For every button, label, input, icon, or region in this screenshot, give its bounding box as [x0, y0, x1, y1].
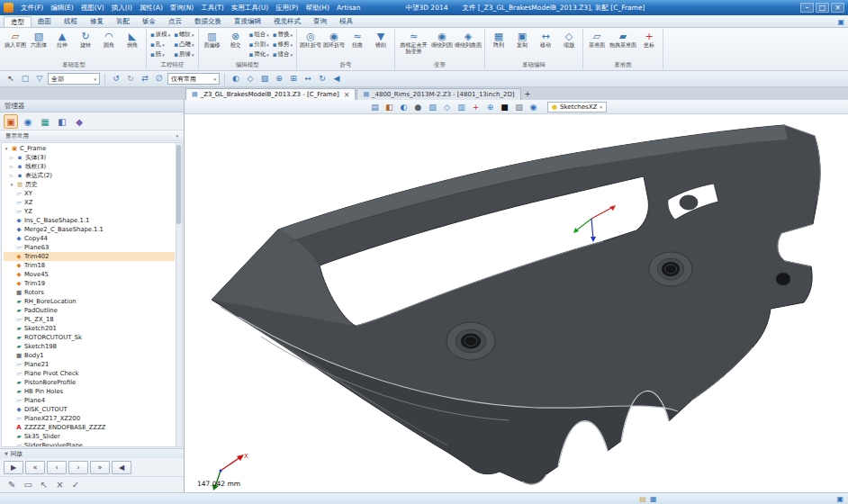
tree-scrollbar[interactable]: [176, 143, 182, 446]
ribbon-button[interactable]: ▱ 插入草图: [4, 29, 27, 60]
ribbon-small-button[interactable]: ▪ 螺纹 ▾: [172, 30, 195, 40]
viewport-tool-icon[interactable]: ▤: [369, 103, 381, 112]
replay-section-header[interactable]: ▼ 回放: [0, 448, 184, 458]
history-item[interactable]: A ZZZZZ_ENDOFBASE_ZZZZ: [4, 423, 175, 432]
ribbon-button[interactable]: ◠ 圆角: [97, 29, 121, 60]
ribbon-small-button[interactable]: ▪ 修剪 ▾: [271, 40, 294, 50]
history-item[interactable]: ▰ Sketch198: [4, 342, 175, 351]
history-item[interactable]: ▰ PistonBoreProfile: [4, 378, 175, 387]
document-tab[interactable]: ▤ _4800_Rims_2013M-2.Z3 - [4801_13inch_2…: [356, 88, 520, 100]
ribbon-button[interactable]: ◎ 圆柱折弯: [299, 29, 322, 60]
ribbon-tab[interactable]: 数据交换: [188, 16, 228, 27]
ribbon-small-button[interactable]: ▪ 筋 ▾: [149, 50, 172, 59]
minimize-button[interactable]: –: [800, 3, 814, 13]
tree-section[interactable]: ▷ ▪ 线框(3): [4, 162, 175, 171]
menu-item[interactable]: Artisan: [333, 4, 365, 13]
menu-item[interactable]: 视图(V): [77, 4, 108, 13]
new-tab-button[interactable]: +: [522, 88, 534, 100]
history-item[interactable]: ▰ ROTORCUTOUT_Sk: [4, 333, 175, 342]
ribbon-small-button[interactable]: ▪ 拔模 ▾: [149, 30, 172, 40]
ribbon-button[interactable]: ▱ 基准面: [585, 29, 609, 60]
ribbon-small-button[interactable]: ▪ 凸雕 ▾: [172, 40, 195, 50]
viewport-tool-icon[interactable]: ◐: [398, 103, 410, 112]
tree-section-history[interactable]: ▾ ▥ 历史: [4, 180, 175, 189]
history-item[interactable]: ◆ DISK_CUTOUT: [4, 405, 175, 414]
viewport-tool-icon[interactable]: ⊕: [484, 103, 496, 112]
toolbar-icon[interactable]: ◐: [230, 73, 242, 86]
expander-icon[interactable]: ▷: [9, 173, 14, 178]
history-item[interactable]: ◆ Ins_C_BaseShape.1.1: [4, 216, 175, 225]
ribbon-button[interactable]: ◇ 缩放: [557, 29, 581, 60]
viewport-tool-icon[interactable]: ▨: [513, 103, 525, 112]
viewport-tool-icon[interactable]: ◇: [441, 103, 453, 112]
replay-button[interactable]: »: [90, 461, 110, 474]
expander-icon[interactable]: ▷: [9, 155, 14, 160]
tree-section[interactable]: ▷ ▪ 实体(3): [4, 153, 175, 162]
manager-tool-icon[interactable]: ✓: [72, 480, 79, 490]
ribbon-button[interactable]: ◉ 圆环折弯: [322, 29, 346, 60]
ribbon-help-icon[interactable]: ▣: [837, 18, 844, 26]
history-item[interactable]: ◆ Move45: [4, 270, 175, 279]
ribbon-button[interactable]: + 坐标: [637, 29, 661, 60]
history-item[interactable]: ▱ Plane Pivot Check: [4, 369, 175, 378]
history-item[interactable]: ■ Body1: [4, 351, 175, 360]
history-item[interactable]: ◆ Copy44: [4, 234, 175, 243]
history-item[interactable]: ▱ Plane4: [4, 396, 175, 405]
toolbar-icon[interactable]: ∅: [153, 73, 166, 86]
toolbar-icon[interactable]: ↔: [302, 73, 314, 86]
history-item[interactable]: ▰ HB Pin Holes: [4, 387, 175, 396]
viewport-tool-icon[interactable]: ■: [499, 103, 510, 112]
manager-tool-icon[interactable]: ×: [56, 480, 63, 490]
toolbar-icon[interactable]: ⇄: [139, 73, 151, 86]
menu-item[interactable]: 工具(T): [197, 4, 227, 13]
replay-button[interactable]: ▶: [4, 461, 23, 474]
status-corner-icon[interactable]: ▣: [836, 495, 843, 503]
replay-button[interactable]: ›: [68, 461, 88, 474]
viewport-tool-icon[interactable]: ◧: [383, 103, 395, 112]
expander-icon[interactable]: ▾: [4, 146, 9, 151]
ribbon-button[interactable]: ▰ 拖拽基准面: [609, 29, 637, 60]
history-item[interactable]: ◆ Merge2_C_BaseShape.1.1: [4, 225, 175, 234]
ribbon-button[interactable]: ▣ 复制: [510, 29, 534, 60]
ribbon-small-button[interactable]: ▪ 缝合 ▾: [271, 50, 294, 59]
history-item[interactable]: ▰ Sk35_Slider: [4, 432, 175, 441]
toolbar-icon[interactable]: ▢: [19, 73, 32, 86]
ribbon-button[interactable]: ▲ 拉伸: [50, 29, 74, 60]
history-item[interactable]: ▱ SliderRevolvePlane: [4, 441, 175, 447]
manager-tool-icon[interactable]: ▭: [23, 480, 32, 490]
model-canvas[interactable]: X: [185, 114, 848, 492]
history-item[interactable]: ▱ Plane63: [4, 243, 175, 252]
scrollbar-thumb[interactable]: [176, 145, 181, 224]
replay-button[interactable]: ◀: [112, 461, 131, 474]
ribbon-button[interactable]: ▼ 锥削: [369, 29, 392, 60]
expander-icon[interactable]: ▷: [9, 164, 14, 169]
history-item[interactable]: ▱ PlaneX217_XZ200: [4, 414, 175, 423]
ribbon-tab[interactable]: 模具: [333, 16, 359, 27]
display-filter-dropdown[interactable]: 仅有常用 ▾: [167, 73, 220, 85]
history-item[interactable]: ◆ Trim19: [4, 279, 175, 288]
toolbar-icon[interactable]: ⊞: [287, 73, 300, 86]
history-item[interactable]: ◆ Trim402: [4, 252, 175, 261]
sketch-visibility-dropdown[interactable]: ● SketchesXZ ▾: [547, 102, 607, 112]
viewport-tool-icon[interactable]: ▥: [456, 103, 467, 112]
ribbon-tab[interactable]: 直接编辑: [228, 16, 267, 27]
ribbon-button[interactable]: ◣ 倒角: [121, 29, 144, 60]
tree-section[interactable]: ▷ ▪ 表达式(2): [4, 171, 175, 180]
manager-tab-icon[interactable]: ◆: [72, 114, 86, 129]
menu-item[interactable]: 编辑(E): [47, 4, 77, 13]
ribbon-tab[interactable]: 视觉样式: [267, 16, 307, 27]
manager-tab-icon[interactable]: ◉: [21, 114, 35, 129]
ribbon-button[interactable]: ▧ 六面体: [27, 29, 50, 60]
status-icon[interactable]: ▤: [639, 495, 646, 503]
menu-item[interactable]: 查询(N): [167, 4, 197, 13]
manager-tab-icon[interactable]: ▣: [4, 114, 18, 129]
history-item[interactable]: ▰ PadOutline: [4, 306, 175, 315]
menu-item[interactable]: 帮助(H): [302, 4, 333, 13]
manager-tool-icon[interactable]: ✎: [8, 480, 15, 490]
replay-button[interactable]: «: [25, 461, 45, 474]
ribbon-button[interactable]: ↔ 移动: [534, 29, 557, 60]
ribbon-tab[interactable]: 钣金: [136, 16, 162, 27]
menu-item[interactable]: 文件(F): [17, 4, 47, 13]
toolbar-icon[interactable]: ◇: [244, 73, 257, 86]
ribbon-button[interactable]: ▦ 阵列: [487, 29, 510, 60]
